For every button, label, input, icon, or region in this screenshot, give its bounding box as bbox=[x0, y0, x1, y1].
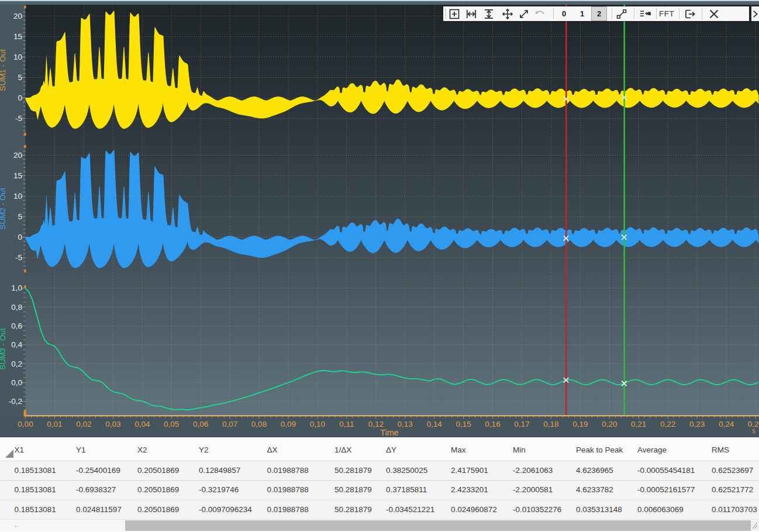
svg-text:0,15: 0,15 bbox=[456, 420, 471, 429]
svg-text:0,0: 0,0 bbox=[11, 378, 22, 387]
svg-text:0,11: 0,11 bbox=[339, 420, 354, 429]
svg-text:5: 5 bbox=[18, 73, 22, 82]
svg-text:0,6: 0,6 bbox=[11, 322, 22, 330]
svg-text:10: 10 bbox=[13, 53, 22, 61]
svg-text:15: 15 bbox=[13, 171, 22, 180]
svg-text:s: s bbox=[752, 427, 755, 435]
svg-text:0: 0 bbox=[18, 233, 22, 241]
svg-text:0,03: 0,03 bbox=[105, 420, 120, 429]
svg-text:0,23: 0,23 bbox=[689, 420, 705, 429]
svg-text:0,12: 0,12 bbox=[368, 420, 384, 429]
svg-text:0,02: 0,02 bbox=[76, 420, 91, 429]
svg-text:0,08: 0,08 bbox=[251, 420, 267, 429]
svg-text:0,18: 0,18 bbox=[543, 420, 558, 429]
svg-text:0,05: 0,05 bbox=[164, 420, 179, 429]
svg-text:-5: -5 bbox=[15, 114, 22, 123]
svg-text:0,00: 0,00 bbox=[18, 420, 33, 429]
svg-text:0,01: 0,01 bbox=[47, 420, 62, 429]
svg-text:SUM1 - Out: SUM1 - Out bbox=[0, 49, 7, 91]
svg-text:Time: Time bbox=[380, 428, 399, 437]
svg-text:0,19: 0,19 bbox=[572, 420, 588, 429]
svg-text:SUM3 - Out: SUM3 - Out bbox=[0, 328, 7, 370]
svg-text:20: 20 bbox=[13, 151, 22, 160]
svg-text:0,17: 0,17 bbox=[514, 420, 529, 429]
svg-text:0,8: 0,8 bbox=[11, 303, 22, 312]
svg-text:0,07: 0,07 bbox=[222, 420, 237, 429]
svg-text:0,16: 0,16 bbox=[485, 420, 500, 429]
svg-text:0,21: 0,21 bbox=[631, 420, 646, 429]
svg-text:0,20: 0,20 bbox=[602, 420, 617, 429]
svg-text:15: 15 bbox=[13, 32, 22, 41]
svg-text:0,24: 0,24 bbox=[719, 420, 734, 429]
svg-text:0: 0 bbox=[18, 94, 22, 102]
svg-text:0,14: 0,14 bbox=[427, 420, 443, 429]
svg-text:10: 10 bbox=[13, 192, 22, 201]
svg-text:-0,2: -0,2 bbox=[9, 397, 22, 406]
svg-text:0,4: 0,4 bbox=[11, 340, 22, 349]
svg-text:0,10: 0,10 bbox=[310, 420, 325, 429]
svg-text:0,09: 0,09 bbox=[281, 420, 296, 429]
svg-text:1,0: 1,0 bbox=[11, 284, 22, 292]
svg-text:5: 5 bbox=[18, 212, 22, 221]
svg-text:0,06: 0,06 bbox=[193, 420, 208, 429]
svg-text:0,2: 0,2 bbox=[11, 360, 22, 368]
svg-text:SUM2 - Out: SUM2 - Out bbox=[0, 188, 7, 230]
svg-text:0,04: 0,04 bbox=[134, 420, 150, 429]
svg-text:-5: -5 bbox=[15, 253, 22, 262]
svg-text:0,22: 0,22 bbox=[660, 420, 675, 429]
svg-text:0,13: 0,13 bbox=[398, 420, 413, 429]
svg-text:20: 20 bbox=[13, 12, 22, 20]
